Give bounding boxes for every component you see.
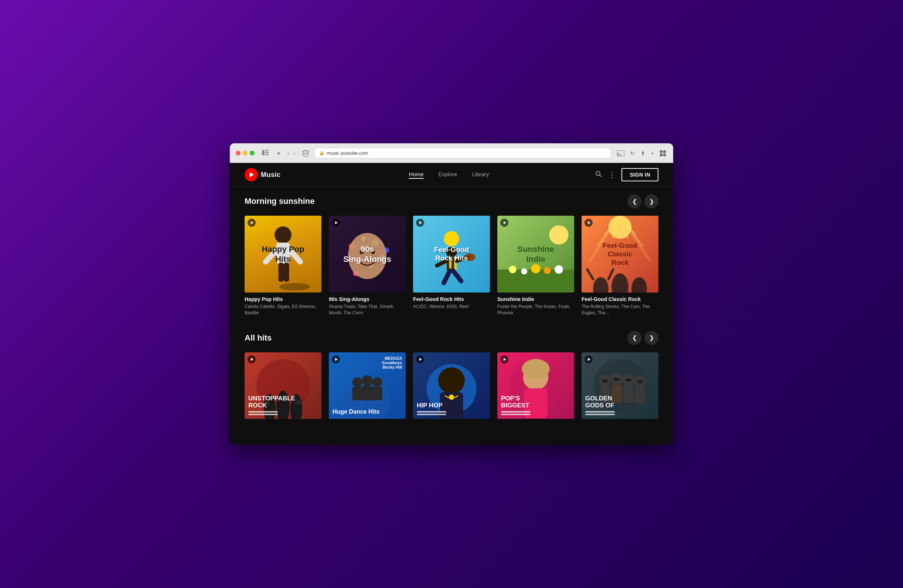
svg-line-60 (609, 270, 613, 279)
nav-explore[interactable]: Explore (439, 171, 458, 179)
svg-point-75 (438, 367, 465, 394)
minimize-button[interactable] (243, 151, 247, 156)
overlay-text-90s: 90sSing-Alongs (332, 245, 402, 264)
bottom-text-pops: POP'SBIGGEST (501, 395, 530, 409)
cast-button[interactable] (615, 149, 626, 158)
morning-sunshine-section: Morning sunshine ❮ ❯ (245, 194, 658, 316)
svg-point-82 (524, 379, 531, 385)
svg-point-44 (544, 267, 551, 274)
svg-point-43 (531, 264, 541, 273)
top-text-dance: MEDUZAGoodboysBecky Hill (382, 356, 402, 369)
overlay-text-classic: Feel-GoodClassicRock (585, 242, 654, 267)
next-button-allhits[interactable]: ❯ (644, 331, 658, 345)
chevron-dropdown-icon[interactable]: ▾ (276, 149, 282, 158)
section-title-allhits: All hits (245, 333, 272, 343)
card-title-sunshine: Sunshine Indie (497, 296, 574, 302)
card-huge-dance[interactable]: MEDUZAGoodboysBecky Hill Huge Dance Hits (329, 352, 406, 423)
main-nav: Home Explore Library (303, 171, 595, 179)
svg-point-58 (631, 277, 647, 293)
address-bar[interactable]: 🔒 music.youtube.com (315, 148, 611, 159)
more-options-button[interactable]: ⋮ (608, 170, 615, 179)
card-pops-biggest[interactable]: POP'SBIGGEST (497, 352, 574, 423)
allhits-cards-grid: UNSTOPPABLEROCK (245, 352, 658, 423)
play-icon-pops (500, 355, 508, 363)
reload-button[interactable]: ↻ (629, 149, 636, 158)
svg-rect-1 (265, 150, 269, 151)
nav-library[interactable]: Library (472, 171, 489, 179)
section-title-morning: Morning sunshine (245, 197, 315, 206)
card-image-happy-pop: Happy PopHits (245, 216, 321, 292)
card-image-90s: 90sSing-Alongs (329, 216, 406, 292)
yt-logo-icon (245, 168, 258, 181)
svg-rect-8 (660, 154, 662, 156)
svg-point-57 (612, 273, 628, 292)
card-subtitle-classic: The Rolling Stones, The Cars, The Eagles… (582, 303, 658, 316)
svg-point-66 (295, 399, 302, 404)
play-icon-unstoppable (247, 355, 256, 363)
maximize-button[interactable] (250, 151, 255, 156)
new-tab-button[interactable]: + (650, 149, 656, 158)
next-button-morning[interactable]: ❯ (644, 194, 658, 208)
text-bar-golden (585, 411, 615, 413)
card-title-feelgood: Feel-Good Rock Hits (413, 296, 490, 302)
svg-point-70 (373, 377, 382, 387)
card-image-hiphop: HIP HOP (413, 352, 490, 419)
svg-rect-89 (614, 378, 619, 380)
lock-icon: 🔒 (319, 151, 324, 156)
svg-line-59 (587, 270, 593, 279)
share-button[interactable]: ⬆ (639, 149, 647, 158)
card-feelgood-rock[interactable]: Feel-GoodRock Hits Feel-Good Rock Hits A… (413, 216, 490, 316)
card-classic-rock[interactable]: Feel-GoodClassicRock Feel-Good Classic R… (582, 216, 658, 316)
yt-music-app: Music Home Explore Library ⋮ SIGN IN (230, 163, 673, 445)
svg-rect-90 (626, 379, 631, 381)
svg-rect-7 (663, 150, 666, 153)
svg-rect-6 (660, 150, 662, 153)
prev-button-morning[interactable]: ❮ (628, 194, 642, 208)
card-image-golden: GOLDENGODS OF (582, 352, 658, 419)
svg-point-80 (522, 359, 550, 379)
card-subtitle-90s: Shania Twain, Take That, Smash Mouth, Th… (329, 303, 406, 316)
privacy-icon[interactable] (301, 148, 310, 158)
svg-point-29 (444, 231, 459, 247)
svg-rect-88 (602, 380, 607, 382)
card-hip-hop[interactable]: HIP HOP (413, 352, 490, 423)
sidebar-toggle-button[interactable] (259, 148, 272, 158)
close-button[interactable] (236, 151, 241, 156)
svg-rect-94 (623, 385, 633, 403)
yt-music-logo[interactable]: Music (245, 168, 281, 181)
search-button[interactable] (595, 170, 602, 179)
play-icon-dance (332, 355, 340, 363)
traffic-lights (236, 151, 255, 156)
card-golden-gods[interactable]: GOLDENGODS OF (582, 352, 658, 423)
prev-button-allhits[interactable]: ❮ (628, 331, 642, 345)
card-90s-singalongs[interactable]: 90sSing-Alongs 90s Sing-Alongs Shania Tw… (329, 216, 406, 316)
back-button[interactable]: ‹ (286, 149, 291, 158)
card-subtitle-sunshine: Foster the People, The Kooks, Foals, Pho… (497, 303, 574, 316)
play-icon-golden (585, 355, 593, 363)
card-unstoppable-rock[interactable]: UNSTOPPABLEROCK (245, 352, 321, 423)
sign-in-button[interactable]: SIGN IN (621, 168, 658, 181)
main-content: Morning sunshine ❮ ❯ (230, 187, 673, 445)
text-bar2-unstoppable (248, 413, 278, 415)
bottom-text-golden: GOLDENGODS OF (585, 395, 615, 409)
svg-point-12 (275, 226, 291, 244)
forward-button[interactable]: › (292, 149, 297, 158)
text-bar2-hiphop (417, 413, 446, 415)
morning-cards-grid: Happy PopHits Happy Pop Hits Camila Cabe… (245, 216, 658, 316)
svg-point-45 (555, 265, 563, 274)
card-image-sunshine: SunshineIndie (497, 216, 574, 292)
svg-point-5 (617, 156, 618, 156)
svg-line-39 (453, 271, 461, 281)
card-image-feelgood: Feel-GoodRock Hits (413, 216, 490, 292)
tab-grid-button[interactable] (658, 149, 667, 158)
card-sunshine-indie[interactable]: SunshineIndie Sunshine Indie Foster the … (497, 216, 574, 316)
nav-home[interactable]: Home (409, 171, 424, 179)
card-image-classic: Feel-GoodClassicRock (582, 216, 658, 292)
card-happy-pop[interactable]: Happy PopHits Happy Pop Hits Camila Cabe… (245, 216, 321, 316)
url-text: music.youtube.com (327, 150, 368, 156)
svg-rect-73 (373, 387, 382, 400)
browser-chrome: ▾ ‹ › 🔒 music.youtube.com (230, 143, 673, 163)
svg-point-68 (352, 377, 362, 387)
svg-point-46 (549, 225, 568, 245)
text-bar2-golden (585, 413, 615, 415)
